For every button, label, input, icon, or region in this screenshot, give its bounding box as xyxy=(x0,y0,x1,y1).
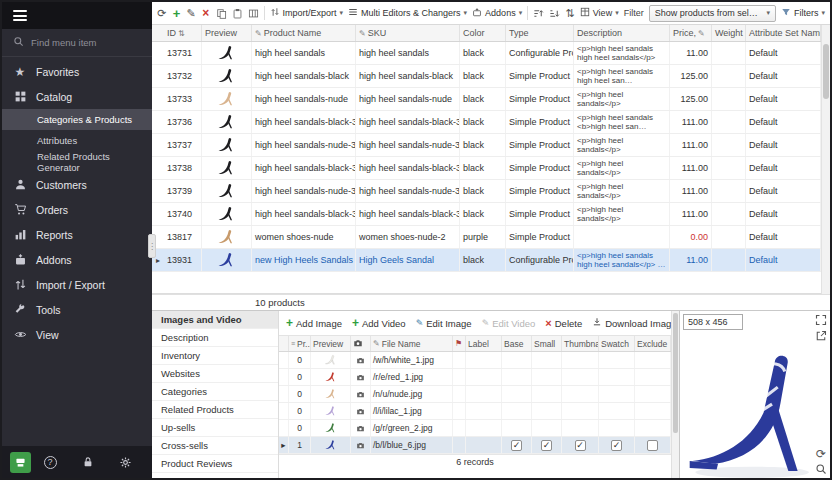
col-header-color[interactable]: Color xyxy=(460,25,506,41)
product-row[interactable]: 13738high heel sandals-black-37high heel… xyxy=(152,157,821,180)
tab-description[interactable]: Description xyxy=(152,329,278,347)
product-row[interactable]: 13739high heel sandals-nude-37high heel … xyxy=(152,180,821,203)
copy-icon[interactable] xyxy=(216,8,227,19)
resize-dimensions-input[interactable]: 508 x 456 xyxy=(683,314,743,330)
add-image-button[interactable]: +Add Image xyxy=(286,316,342,330)
camera-icon[interactable] xyxy=(351,386,371,402)
mcol-header-file-name[interactable]: ✎File Name xyxy=(371,336,453,351)
mcol-header-label[interactable]: Label xyxy=(466,336,502,351)
sort-asc-icon[interactable] xyxy=(533,8,544,19)
mcol-header-flag[interactable]: ⚑ xyxy=(453,336,466,351)
media-scrollbar[interactable] xyxy=(671,311,679,478)
category-filter-select[interactable]: Show products from selected categories ▾ xyxy=(649,5,776,22)
mcol-header-camera[interactable] xyxy=(351,336,371,351)
col-header-product-name[interactable]: ✎Product Name xyxy=(252,25,356,41)
media-row[interactable]: 0/g/r/green_2.jpg xyxy=(279,420,671,437)
help-icon[interactable]: ? xyxy=(44,456,57,469)
media-row[interactable]: 0/l/i/lilac_1.jpg xyxy=(279,403,671,420)
col-header-sku[interactable]: ✎SKU xyxy=(356,25,460,41)
sidebar-item-tools[interactable]: Tools xyxy=(2,297,152,322)
filters-menu[interactable]: Filters▾ xyxy=(781,7,825,19)
mcol-header-preview[interactable]: Preview xyxy=(311,336,351,351)
scrollbar-thumb[interactable] xyxy=(673,313,678,433)
media-row[interactable]: 0/n/u/nude.jpg xyxy=(279,386,671,403)
sidebar-item-categories-products[interactable]: Categories & Products xyxy=(2,109,152,130)
col-header-attribute-set[interactable]: Attribute Set Name xyxy=(746,25,821,41)
media-row[interactable]: 0/w/h/white_1.jpg xyxy=(279,352,671,369)
checkbox-thumbnail[interactable]: ✓ xyxy=(575,440,586,451)
col-header-price[interactable]: Price,✎ xyxy=(670,25,712,41)
product-row[interactable]: 13732high heel sandals-blackhigh heel sa… xyxy=(152,65,821,88)
fit-screen-icon[interactable] xyxy=(815,314,827,326)
product-row[interactable]: 13733high heel sandals-nudehigh heel san… xyxy=(152,88,821,111)
mcol-header-exclude[interactable]: Exclude xyxy=(635,336,671,351)
sidebar-item-attributes[interactable]: Attributes xyxy=(2,130,152,151)
checkbox-small[interactable]: ✓ xyxy=(541,440,552,451)
mcol-header-swatch[interactable]: Swatch xyxy=(599,336,635,351)
sidebar-item-import-export[interactable]: Import / Export xyxy=(2,272,152,297)
checkbox-base[interactable]: ✓ xyxy=(511,440,522,451)
camera-icon[interactable] xyxy=(351,437,371,453)
edit-product-icon[interactable]: ✎ xyxy=(186,7,196,20)
multi-editors-menu[interactable]: Multi Editors & Changers▾ xyxy=(348,7,467,19)
menu-icon[interactable] xyxy=(13,8,27,24)
tab-related-products[interactable]: Related Products xyxy=(152,401,278,419)
view-menu[interactable]: View▾ xyxy=(580,7,619,19)
sidebar-search-input[interactable]: Find menu item xyxy=(2,29,152,57)
vertical-scrollbar[interactable] xyxy=(821,25,830,294)
mcol-header-thumbnail[interactable]: Thumbna... xyxy=(562,336,599,351)
mcol-header-small[interactable]: Small xyxy=(532,336,562,351)
add-video-button[interactable]: +Add Video xyxy=(352,316,406,330)
tab-websites[interactable]: Websites xyxy=(152,365,278,383)
tab-images-and-video[interactable]: Images and Video xyxy=(152,311,278,329)
camera-icon[interactable] xyxy=(351,369,371,385)
checkbox-exclude[interactable] xyxy=(647,440,658,451)
columns-icon[interactable] xyxy=(248,8,259,19)
product-row[interactable]: ▸13931new High Heels SandalsHigh Geels S… xyxy=(152,249,821,272)
sidebar-item-catalog[interactable]: Catalog xyxy=(2,84,152,109)
delete-product-icon[interactable]: × xyxy=(201,6,211,20)
product-row[interactable]: 13731high heel sandalshigh heel sandalsb… xyxy=(152,42,821,65)
tab-product-reviews[interactable]: Product Reviews xyxy=(152,455,278,473)
media-row[interactable]: ▸1/b/l/blue_6.jpg✓✓✓✓ xyxy=(279,437,671,454)
gear-icon[interactable] xyxy=(119,456,132,469)
open-external-icon[interactable] xyxy=(815,330,827,342)
mcol-header-priority[interactable]: ≡Pr... xyxy=(289,336,311,351)
camera-icon[interactable] xyxy=(351,352,371,368)
product-row[interactable]: 13740high heel sandals-black-38high heel… xyxy=(152,203,821,226)
pos-icon[interactable] xyxy=(10,452,31,473)
zoom-icon[interactable] xyxy=(815,463,827,475)
checkbox-swatch[interactable]: ✓ xyxy=(611,440,622,451)
col-header-description[interactable]: Description xyxy=(574,25,670,41)
delete-image-button[interactable]: ×Delete xyxy=(545,317,582,329)
col-header-preview[interactable]: Preview xyxy=(202,25,252,41)
camera-icon[interactable] xyxy=(351,403,371,419)
product-row[interactable]: 13736high heel sandals-black-36high heel… xyxy=(152,111,821,134)
sort-desc-icon[interactable] xyxy=(549,8,560,19)
col-header-weight[interactable]: Weight xyxy=(712,25,746,41)
sidebar-item-view[interactable]: View xyxy=(2,322,152,347)
tab-inventory[interactable]: Inventory xyxy=(152,347,278,365)
rotate-icon[interactable]: ⟳ xyxy=(816,448,826,460)
tab-categories[interactable]: Categories xyxy=(152,383,278,401)
expand-collapse-icon[interactable]: ⇅ xyxy=(565,7,575,20)
mcol-header-base[interactable]: Base xyxy=(502,336,532,351)
media-row[interactable]: 0/r/e/red_1.jpg xyxy=(279,369,671,386)
download-image-button[interactable]: Download Image xyxy=(592,317,671,329)
addons-menu[interactable]: Addons▾ xyxy=(472,7,522,19)
lock-icon[interactable] xyxy=(82,456,94,468)
col-header-id[interactable]: ID⇅ xyxy=(164,25,202,41)
sidebar-item-reports[interactable]: Reports xyxy=(2,222,152,247)
sidebar-item-related-products-generator[interactable]: Related Products Generator xyxy=(2,151,152,172)
tab-up-sells[interactable]: Up-sells xyxy=(152,419,278,437)
col-header-type[interactable]: Type xyxy=(506,25,574,41)
add-product-icon[interactable]: + xyxy=(172,6,182,21)
product-row[interactable]: 13737high heel sandals-nude-36high heel … xyxy=(152,134,821,157)
paste-icon[interactable] xyxy=(232,8,243,19)
product-row[interactable]: 13817women shoes-nudewomen shoes-nude-2p… xyxy=(152,226,821,249)
sidebar-item-favorites[interactable]: ★Favorites xyxy=(2,59,152,84)
panel-collapse-handle[interactable]: ⋮ xyxy=(148,234,156,258)
edit-image-button[interactable]: ✎Edit Image xyxy=(416,318,472,329)
sidebar-item-customers[interactable]: Customers xyxy=(2,172,152,197)
sidebar-item-addons[interactable]: Addons xyxy=(2,247,152,272)
